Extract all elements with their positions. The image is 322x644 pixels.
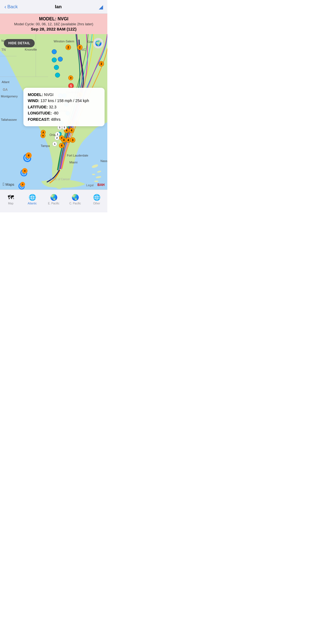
back-button[interactable]: ‹ Back [4, 4, 18, 10]
tab-cpacific-label: C. Pacific [69, 202, 81, 205]
model-cycle: Model Cycle: 00, 06, 12, 18Z (available … [4, 22, 103, 26]
nassau-label: Nass [100, 159, 107, 163]
apple-maps-logo:  Maps [3, 182, 14, 187]
storm-marker-cat4b[interactable]: 4 [69, 128, 74, 133]
hide-detail-button[interactable]: HIDE DETAIL [4, 39, 35, 47]
info-header: MODEL: NVGI Model Cycle: 00, 06, 12, 18Z… [0, 14, 107, 34]
tab-map-label: Map [8, 202, 13, 205]
hurricane-cat-3[interactable]: 3 [20, 182, 25, 187]
page-title: Ian [55, 4, 62, 10]
storm-marker-cat2b[interactable]: 2 [77, 45, 83, 50]
svg-point-2 [97, 170, 101, 173]
model-title: MODEL: NVGI [4, 17, 103, 21]
miami-label: Miami [69, 161, 77, 164]
storm-marker-cat3d[interactable]: 3 [70, 137, 75, 143]
winston-salem-label: Winston-Salem [54, 40, 74, 43]
hurricane-cat-4[interactable]: 4 [26, 152, 32, 158]
tab-cpacific[interactable]: 🌏 C. Pacific [64, 190, 86, 207]
back-label: Back [7, 4, 18, 10]
tab-map[interactable]: 🗺 Map [0, 190, 21, 207]
marker-o4[interactable]: 4 [59, 135, 64, 140]
tab-epacific[interactable]: 🌏 E. Pacific [43, 190, 64, 207]
back-chevron-icon: ‹ [4, 4, 6, 10]
storm-marker[interactable] [52, 57, 57, 62]
popup-longitude-value: -80 [53, 111, 58, 115]
marker-small-3[interactable]: 3 [68, 75, 73, 80]
popup-forecast-label: FORECAST: [28, 117, 50, 122]
popup-wind-label: WIND: [28, 98, 39, 103]
popup-longitude-label: LONGITUDE: [28, 111, 52, 115]
other-globe-icon: 🌐 [93, 194, 100, 201]
tab-epacific-label: E. Pacific [48, 202, 59, 205]
map-icon: 🗺 [8, 194, 14, 201]
tab-atlantic[interactable]: 🌐 Atlantic [21, 190, 43, 207]
popup-model-label: MODEL: [28, 92, 43, 97]
globe-icon: 🌍 [95, 40, 102, 46]
popup-wind-value: 137 kns / 158 mph / 254 kph [40, 98, 89, 103]
navigation-bar: ‹ Back Ian ◢ [0, 0, 107, 14]
storm-marker-cat4e[interactable]: 4 [59, 143, 64, 148]
marker-cat4-fl2[interactable]: 4 [40, 133, 45, 138]
storm-marker-cat3[interactable]: 3 [99, 61, 104, 67]
montgomery-label: Montgomery [1, 95, 18, 98]
knoxville-label: Knoxville [25, 48, 37, 51]
cpacific-globe-icon: 🌏 [72, 194, 79, 201]
fort-lauderdale-label: Fort Lauderdale [67, 154, 88, 157]
globe-button[interactable]: 🌍 [93, 38, 103, 48]
apple-logo-icon:  [3, 182, 4, 187]
svg-point-5 [94, 180, 99, 182]
map-container[interactable]: Nashville Knoxville Winston-Salem Greens… [0, 34, 107, 190]
legal-link[interactable]: Legal [86, 183, 94, 187]
storm-marker[interactable] [55, 73, 60, 78]
tab-other-label: Other [93, 202, 100, 205]
svg-point-3 [92, 174, 95, 175]
popup-latitude-label: LATITUDE: [28, 105, 48, 109]
atlantic-globe-icon: 🌐 [29, 194, 36, 201]
marker-w2[interactable]: 2 [54, 135, 59, 140]
tab-other[interactable]: 🌐 Other [86, 190, 107, 207]
hurricane-cat-4b[interactable]: 4 [22, 168, 28, 174]
storm-marker-cat2[interactable]: 2 [66, 45, 71, 50]
tropic-of-cancer-label: Tropic of Cancer [50, 178, 70, 181]
popup-forecast-value: 48hrs [51, 117, 61, 122]
info-popup: MODEL: NVGI WIND: 137 kns / 158 mph / 25… [23, 88, 105, 126]
storm-marker-blue[interactable] [52, 49, 57, 54]
tampa-label: Tampa [41, 144, 50, 147]
maps-label: Maps [6, 182, 14, 187]
svg-point-4 [96, 176, 102, 179]
ga-label: GA [3, 88, 8, 92]
bah-label: BAH [97, 183, 105, 187]
svg-point-1 [91, 164, 99, 169]
marker-w1d[interactable]: 1 [52, 141, 57, 146]
tn-label: TN [1, 48, 6, 52]
tab-bar: 🗺 Map 🌐 Atlantic 🌏 E. Pacific 🌏 C. Pacif… [0, 190, 107, 212]
storm-marker[interactable] [54, 65, 59, 70]
tab-atlantic-label: Atlantic [28, 202, 37, 205]
popup-latitude-value: 32.3 [49, 105, 56, 109]
tallahassee-label: Tallahassee [1, 118, 17, 121]
model-date: Sep 28, 2022 8AM (12Z) [4, 27, 103, 31]
filter-icon[interactable]: ◢ [99, 4, 103, 10]
popup-model-value: NVGI [44, 92, 53, 97]
epacific-globe-icon: 🌏 [50, 194, 58, 201]
storm-marker-blue2[interactable] [58, 57, 63, 62]
atlanta-label: Atlant [2, 80, 9, 84]
